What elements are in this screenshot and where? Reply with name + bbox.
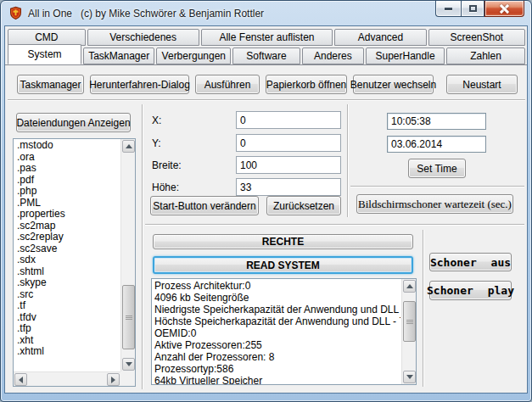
horizontal-scrollbar[interactable] xyxy=(14,371,120,386)
switch-user-button[interactable]: Benutzer wechseln xyxy=(353,75,434,94)
list-item[interactable]: .properties xyxy=(17,209,120,221)
minimize-button[interactable] xyxy=(435,1,461,17)
width-label: Breite: xyxy=(152,159,182,171)
toolbar: Taskmanager Herunterfahren-Dialog Ausfüh… xyxy=(17,75,520,94)
scroll-right-button[interactable] xyxy=(107,373,120,386)
list-item[interactable]: .sdx xyxy=(17,254,120,266)
output-line: Prozess Architektur:0 xyxy=(154,280,400,292)
tab-system[interactable]: System xyxy=(8,44,81,64)
tab-software[interactable]: Software xyxy=(232,47,300,64)
taskmanager-button[interactable]: Taskmanager xyxy=(17,75,84,94)
tab-screenshot[interactable]: ScreenShot xyxy=(428,29,525,46)
tab-strip-row1: CMD Verschiedenes Alle Fenster auflisten… xyxy=(8,29,525,46)
thumb-grip-icon xyxy=(126,315,132,320)
scroll-right-icon xyxy=(111,377,119,383)
tab-cmd[interactable]: CMD xyxy=(8,29,86,46)
divider-time-panel xyxy=(350,186,524,187)
tab-advanced[interactable]: Advanced xyxy=(334,29,426,46)
close-button[interactable] xyxy=(484,1,524,17)
list-item[interactable]: .sc2map xyxy=(17,221,120,232)
time-input[interactable] xyxy=(387,113,486,130)
reset-button[interactable]: Zurücksetzen xyxy=(266,196,341,215)
output-line: Höchste Speicherkapazität der Anwendung … xyxy=(154,315,400,327)
scroll-left-button[interactable] xyxy=(14,373,27,386)
list-item[interactable]: .sc2save xyxy=(17,243,120,255)
list-item[interactable]: .sc2replay xyxy=(17,232,120,243)
list-item[interactable]: .pas xyxy=(17,163,120,175)
tab-alle-fenster-auflisten[interactable]: Alle Fenster auflisten xyxy=(201,29,333,46)
screensaver-off-button[interactable]: Schoner aus xyxy=(429,253,512,271)
read-system-button[interactable]: READ SYSTEM xyxy=(153,256,413,274)
list-item[interactable]: .PML xyxy=(17,198,120,209)
y-label: Y: xyxy=(152,137,161,149)
set-time-button[interactable]: Set Time xyxy=(408,159,466,178)
tab-strip-row2: System TaskManager Verbergungen Software… xyxy=(8,47,525,64)
tab-verbergungen[interactable]: Verbergungen xyxy=(156,47,231,64)
divider-under-toolbar xyxy=(8,99,525,100)
list-item[interactable]: .mstodo xyxy=(17,140,120,152)
system-output[interactable]: Prozess Architektur:0 4096 kb Seitengröß… xyxy=(151,278,417,385)
divider-right-column xyxy=(423,230,423,387)
scroll-down-button[interactable] xyxy=(122,358,135,371)
list-item[interactable]: .src xyxy=(17,289,120,301)
shutdown-dialog-button[interactable]: Herunterfahren-Dialog xyxy=(90,75,189,94)
output-scroll-up-button[interactable] xyxy=(403,280,416,293)
output-scroll-down-button[interactable] xyxy=(403,371,416,383)
output-line: OEMID:0 xyxy=(154,327,400,339)
change-start-button[interactable]: Start-Button verändern xyxy=(150,196,259,215)
scroll-up-button[interactable] xyxy=(122,140,135,153)
client-area: CMD Verschiedenes Alle Fenster auflisten… xyxy=(4,25,528,394)
extensions-listbox[interactable]: .mstodo .ora .pas .pdf .php .PML .proper… xyxy=(13,138,136,387)
y-input[interactable] xyxy=(236,134,341,152)
list-item[interactable]: .tf xyxy=(17,300,120,312)
list-item[interactable]: .xhtml xyxy=(17,346,120,358)
tab-anderes[interactable]: Anderes xyxy=(302,47,364,64)
screensaver-wait-button[interactable]: Bildschirmschoner wartezeit (sec.) xyxy=(356,194,513,214)
vertical-scrollbar[interactable] xyxy=(120,139,135,371)
scrollbar-thumb[interactable] xyxy=(122,285,135,349)
screensaver-play-button[interactable]: Schoner play xyxy=(429,281,512,300)
list-item[interactable]: .pdf xyxy=(17,175,120,187)
maximize-button[interactable] xyxy=(461,1,484,17)
maximize-icon xyxy=(469,5,477,12)
divider-middle-column xyxy=(347,104,348,217)
height-input[interactable] xyxy=(236,178,341,196)
tab-page-border xyxy=(5,64,527,65)
list-item[interactable]: .tfdv xyxy=(17,312,120,324)
list-item[interactable]: .ora xyxy=(17,152,120,164)
run-button[interactable]: Ausführen xyxy=(195,75,260,94)
output-scrollbar-thumb[interactable] xyxy=(403,301,416,342)
window-controls xyxy=(435,1,524,17)
scroll-up-icon xyxy=(406,281,413,288)
close-icon xyxy=(500,4,509,14)
window-title: All in One (c) by Mike Schwörer & Benjam… xyxy=(28,8,264,20)
app-window: All in One (c) by Mike Schwörer & Benjam… xyxy=(0,0,532,402)
tab-taskmanager[interactable]: TaskManager xyxy=(83,47,154,64)
output-line: Prozessortyp:586 xyxy=(154,363,400,375)
output-vertical-scrollbar[interactable] xyxy=(401,279,416,384)
show-extensions-button[interactable]: Dateiendungen Anzeigen xyxy=(16,113,131,132)
thumb-grip-icon xyxy=(406,320,413,324)
x-input[interactable] xyxy=(236,111,341,129)
scroll-up-icon xyxy=(126,141,132,148)
divider-lower xyxy=(145,224,524,225)
list-item[interactable]: .xht xyxy=(17,335,120,347)
restart-button[interactable]: Neustart xyxy=(446,75,518,94)
divider-left-column xyxy=(142,104,143,389)
height-label: Höhe: xyxy=(152,181,179,193)
list-item[interactable]: .php xyxy=(17,186,120,198)
scrollbar-corner xyxy=(120,371,135,386)
tab-superhandle[interactable]: SuperHandle xyxy=(366,47,445,64)
output-line: Niedrigste Speicherkapazität der Anwendu… xyxy=(154,304,400,315)
recycle-bin-button[interactable]: Papierkorb öffnen xyxy=(266,75,347,94)
date-input[interactable] xyxy=(387,136,486,153)
rights-button[interactable]: RECHTE xyxy=(153,234,413,249)
tab-verschiedenes[interactable]: Verschiedenes xyxy=(87,29,199,46)
list-item[interactable]: .skype xyxy=(17,277,120,289)
output-line: Aktive Prozessoren:255 xyxy=(154,339,400,351)
list-item[interactable]: .shtml xyxy=(17,266,120,278)
scroll-down-icon xyxy=(406,375,413,382)
list-item[interactable]: .tfp xyxy=(17,323,120,335)
width-input[interactable] xyxy=(236,156,341,174)
tab-zahlen[interactable]: Zahlen xyxy=(446,47,525,64)
